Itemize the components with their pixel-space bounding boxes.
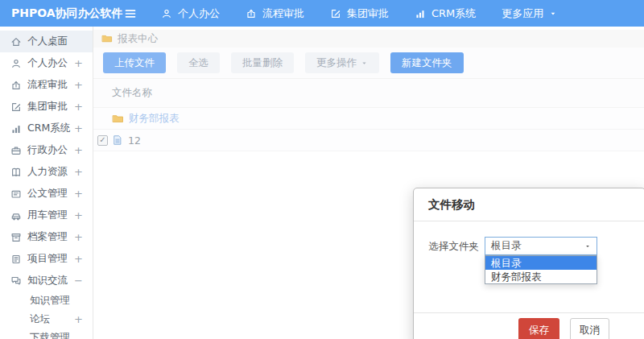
approve-icon (10, 101, 22, 113)
book-icon (10, 167, 22, 178)
sidebar-item-4[interactable]: 集团审批+ (0, 96, 93, 118)
topbar-item-2[interactable]: 流程审批 (233, 0, 317, 27)
select-all-button[interactable]: 全选 (177, 52, 220, 73)
caret-down-icon (549, 10, 557, 18)
chat-icon (10, 275, 22, 287)
more-actions-label: 更多操作 (316, 56, 357, 70)
folder-icon (101, 33, 113, 44)
expand-toggle-icon: + (74, 313, 83, 325)
sidebar-item-2[interactable]: 个人办公+ (0, 52, 93, 74)
process-icon (10, 80, 22, 91)
app-window: PHPOA协同办公软件 个人办公流程审批集团审批CRM系统更多应用 个人桌面个人… (0, 0, 644, 339)
folder-option-2[interactable]: 财务部报表 (485, 270, 597, 283)
sidebar-item-1[interactable]: 个人桌面 (0, 31, 93, 52)
file-name-label: 12 (128, 134, 141, 147)
folder-option-1[interactable]: 根目录 (485, 256, 597, 270)
file-checkbox[interactable]: ✓ (97, 135, 108, 146)
sidebar-subitem-2[interactable]: 论坛+ (0, 310, 93, 329)
expand-toggle-icon: + (74, 231, 83, 243)
expand-toggle-icon: + (74, 209, 83, 221)
caret-down-icon (361, 60, 368, 67)
menu-toggle-button[interactable] (124, 7, 137, 20)
new-folder-button[interactable]: 新建文件夹 (390, 52, 464, 73)
file-icon (112, 134, 123, 146)
breadcrumb: 报表中心 (93, 30, 644, 48)
sidebar-item-9[interactable]: 用车管理+ (0, 205, 93, 226)
topbar: PHPOA协同办公软件 个人办公流程审批集团审批CRM系统更多应用 (0, 0, 644, 27)
folder-select-value: 根目录 (491, 239, 522, 253)
dialog-title: 文件移动 (428, 197, 475, 213)
sidebar-item-7[interactable]: 人力资源+ (0, 161, 93, 183)
folder-select-wrap: 根目录 根目录财务部报表 (485, 237, 597, 312)
topbar-item-3[interactable]: 集团审批 (317, 0, 402, 27)
sidebar-item-11[interactable]: 项目管理+ (0, 248, 93, 270)
person-icon (161, 8, 172, 19)
file-move-dialog: 文件移动 选择文件夹 根目录 根目录财务部报表 保存 取消 (413, 188, 644, 339)
sidebar-item-10[interactable]: 档案管理+ (0, 226, 93, 248)
archive-icon (10, 232, 22, 243)
save-button[interactable]: 保存 (518, 318, 559, 339)
sidebar-item-3[interactable]: 流程审批+ (0, 74, 93, 96)
dialog-body: 选择文件夹 根目录 根目录财务部报表 (414, 221, 644, 312)
topbar-nav: 个人办公流程审批集团审批CRM系统更多应用 (148, 0, 570, 27)
sidebar-subitem-1[interactable]: 知识管理 (0, 291, 93, 310)
expand-toggle-icon: + (74, 122, 83, 134)
chart-icon (415, 8, 426, 19)
expand-toggle-icon: + (74, 79, 83, 91)
sidebar-item-5[interactable]: CRM系统+ (0, 118, 93, 139)
topbar-item-4[interactable]: CRM系统 (402, 0, 489, 27)
expand-toggle-icon: + (74, 166, 83, 178)
sidebar-item-8[interactable]: 公文管理+ (0, 183, 93, 205)
breadcrumb-label: 报表中心 (118, 32, 158, 46)
folder-icon (112, 113, 124, 125)
app-logo: PHPOA协同办公软件 (0, 6, 119, 21)
cancel-button[interactable]: 取消 (570, 318, 609, 339)
upload-file-button[interactable]: 上传文件 (103, 52, 166, 73)
folder-select-dropdown: 根目录财务部报表 (485, 255, 597, 284)
chart-icon (10, 123, 22, 134)
sidebar-item-6[interactable]: 行政办公+ (0, 139, 93, 161)
sidebar-subitem-3[interactable]: 下载管理 (0, 329, 93, 339)
dialog-footer: 保存 取消 (414, 312, 644, 339)
more-actions-button[interactable]: 更多操作 (305, 52, 379, 73)
topbar-item-5[interactable]: 更多应用 (489, 0, 570, 27)
sidebar-item-12[interactable]: 知识交流− (0, 270, 93, 291)
project-icon (10, 254, 22, 265)
home-icon (10, 36, 22, 48)
folder-row[interactable]: 财务部报表 (93, 108, 644, 130)
expand-toggle-icon: + (74, 253, 83, 265)
folder-name-link[interactable]: 财务部报表 (129, 112, 180, 126)
expand-toggle-icon: + (74, 144, 83, 156)
toolbar: 上传文件 全选 批量删除 更多操作 新建文件夹 (93, 48, 644, 79)
approve-icon (330, 8, 341, 19)
expand-toggle-icon: + (74, 57, 83, 69)
batch-delete-button[interactable]: 批量删除 (231, 52, 294, 73)
file-list-header: 文件名称 (93, 79, 644, 108)
sidebar: 个人桌面个人办公+流程审批+集团审批+CRM系统+行政办公+人力资源+公文管理+… (0, 27, 93, 339)
file-row[interactable]: ✓ 12 (93, 130, 644, 151)
topbar-item-1[interactable]: 个人办公 (148, 0, 233, 27)
process-icon (246, 8, 257, 19)
expand-toggle-icon: − (74, 275, 83, 287)
caret-down-icon (584, 243, 591, 250)
dialog-header: 文件移动 (414, 188, 644, 221)
document-icon (10, 188, 22, 200)
briefcase-icon (10, 145, 22, 156)
person-icon (10, 58, 22, 69)
folder-select-label: 选择文件夹 (428, 237, 479, 312)
expand-toggle-icon: + (74, 101, 83, 113)
expand-toggle-icon: + (74, 188, 83, 200)
car-icon (10, 210, 22, 221)
folder-select[interactable]: 根目录 (485, 237, 597, 255)
